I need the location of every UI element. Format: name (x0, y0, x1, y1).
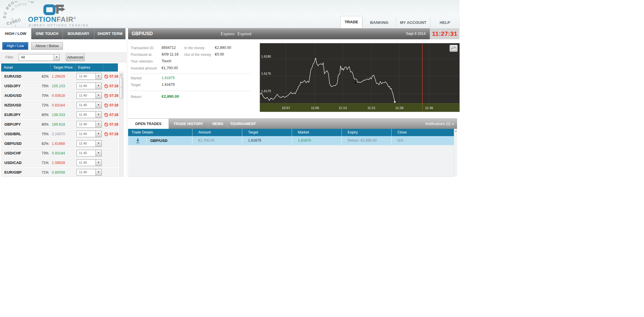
expiry-time-value: 11:40 (79, 121, 87, 127)
page: EU REGULATED № 216/13 ★ ★ ★ ★ ★ ★ ★ ★ ★ … (0, 0, 644, 317)
resize-grip-icon (455, 130, 457, 132)
above-below-mode-button[interactable]: Above / Below (31, 42, 63, 50)
expiry-time-value: 11:40 (79, 83, 87, 89)
expiry-time-select[interactable]: 11:45▼ (77, 140, 102, 147)
current-date: Sept 8 2014 (406, 28, 426, 39)
expiry-time-select[interactable]: 11:40▼ (77, 111, 102, 118)
asset-target-price: 0.93184 (52, 149, 65, 157)
high-low-mode-button[interactable]: High / Low (2, 42, 28, 50)
asset-row-usd-jpy[interactable]: USD/JPY75%105.10311:40▼07:28 (1, 82, 118, 90)
asset-row-usd-chf[interactable]: USD/CHF73%0.9318411:45▼ (1, 149, 118, 158)
open-trades-empty-area (128, 145, 457, 177)
nav-tab-my-account[interactable]: MY ACCOUNT (396, 18, 430, 28)
asset-target-price: 0.93528 (52, 92, 65, 100)
column-separator (102, 111, 102, 119)
selection-label: Your selection: (131, 59, 153, 63)
column-separator (102, 168, 102, 177)
expiry-time-select[interactable]: 11:45▼ (77, 169, 102, 176)
trades-column-header-trade-details: Trade Details (128, 129, 192, 136)
trades-column-header-target: Target (242, 129, 292, 136)
dropdown-arrow-icon[interactable]: ▼ (95, 112, 101, 118)
asset-target-price: 1.61668 (52, 140, 65, 148)
y-tick-label: 1.6175 (261, 72, 271, 75)
out-money-label: Out of the money (184, 53, 211, 57)
asset-row-eur-jpy[interactable]: EUR/JPY80%136.03311:40▼07:28 (1, 111, 118, 119)
tab-one-touch[interactable]: ONE TOUCH (31, 28, 63, 39)
nav-tab-trade[interactable]: TRADE (340, 16, 362, 28)
chart-type-button[interactable] (450, 45, 458, 52)
dropdown-arrow-icon[interactable]: ▼ (95, 92, 101, 99)
asset-row-eur-gbp[interactable]: EUR/GBP71%0.8005811:45▼ (1, 168, 118, 177)
asset-payout: 80% (34, 111, 49, 119)
asset-target-price: 0.80058 (52, 168, 65, 177)
expiry-time-select[interactable]: 11:45▼ (77, 150, 102, 156)
asset-row-aud-usd[interactable]: AUD/USD70%0.9352811:40▼07:28 (1, 91, 118, 100)
dropdown-arrow-icon[interactable]: ▼ (95, 160, 101, 166)
tab-open-trades[interactable]: OPEN TRADES (128, 119, 169, 129)
asset-row-usd-cad[interactable]: USD/CAD71%1.0893911:45▼ (1, 158, 118, 167)
asset-row-gbp-jpy[interactable]: GBP/JPY80%169.91811:40▼07:28 (1, 120, 118, 129)
expiry-time-select[interactable]: 11:40▼ (77, 73, 102, 80)
asset-name: EUR/GBP (4, 168, 22, 177)
x-tick-label: 11:36 (425, 106, 433, 110)
nav-tab-banking[interactable]: BANKING (362, 18, 396, 28)
purchase-point-marker (355, 82, 356, 84)
advanced-button[interactable]: Advanced (66, 54, 85, 61)
filter-select[interactable]: All ▼ (19, 54, 60, 61)
trades-column-header-amount: Amount (192, 129, 242, 136)
expiry-time-select[interactable]: 11:40▼ (77, 131, 102, 137)
expiry-time-select[interactable]: 11:40▼ (77, 121, 102, 128)
dropdown-arrow-icon[interactable]: ▼ (95, 83, 101, 89)
tab-short-term[interactable]: SHORT TERM (94, 28, 125, 39)
touch-down-icon (136, 138, 140, 143)
details-divider (130, 91, 250, 91)
return-label: Return: (131, 95, 142, 99)
tab-boundary[interactable]: BOUNDARY (63, 28, 94, 39)
countdown-clock (104, 113, 109, 118)
expiry-time-select[interactable]: 11:45▼ (77, 159, 102, 166)
expiry-time-value: 11:45 (79, 169, 87, 175)
dropdown-arrow-icon[interactable]: ▼ (95, 140, 101, 147)
tab-high-low[interactable]: HIGH / LOW (0, 28, 31, 39)
dropdown-arrow-icon[interactable]: ▼ (95, 131, 101, 137)
open-trade-asset: GBP/USD (150, 136, 167, 145)
bottom-table-gutter (454, 129, 457, 177)
asset-row-usd-brl[interactable]: USD/BRL70%2.2437011:40▼07:28 (1, 130, 118, 138)
expiry-time-value: 11:45 (79, 160, 87, 166)
filter-label: Filter (5, 53, 13, 62)
nav-tab-help[interactable]: HELP (430, 18, 459, 28)
expiry-time-select[interactable]: 11:40▼ (77, 83, 102, 89)
x-tick-label: 11:21 (367, 106, 376, 110)
dropdown-arrow-icon[interactable]: ▼ (95, 169, 101, 175)
countdown-clock (104, 84, 109, 90)
asset-row-eur-usd[interactable]: EUR/USD82%1.2942911:40▼07:28 (1, 72, 118, 81)
notifications-toggle[interactable]: Notifications (0)▼ (425, 119, 454, 129)
expiry-time-select[interactable]: 11:40▼ (77, 92, 102, 99)
dropdown-arrow-icon[interactable]: ▼ (95, 102, 101, 108)
asset-payout: 70% (34, 92, 49, 100)
dropdown-arrow-icon[interactable]: ▼ (95, 73, 101, 79)
x-tick-label: 11:13 (339, 106, 347, 110)
out-money-value: €0.00 (215, 52, 224, 56)
asset-column-header-asset: Asset (1, 63, 50, 72)
tab-news[interactable]: NEWS (208, 119, 227, 129)
y-tick-label: 1.6170 (261, 89, 271, 93)
tab-trade-history[interactable]: TRADE HISTORY (169, 119, 208, 129)
target-label: Target: (131, 83, 141, 87)
asset-target-price: 105.103 (52, 82, 65, 90)
scrollbar-thumb[interactable] (119, 78, 123, 99)
asset-payout: 82% (34, 72, 49, 81)
expiry-time-select[interactable]: 11:40▼ (77, 102, 102, 108)
transaction-id-value: 8554712 (162, 46, 176, 50)
asset-row-gbp-usd[interactable]: GBP/USD82%1.6166811:45▼ (1, 139, 118, 148)
asset-table-scrollbar[interactable]: ▲ (119, 72, 123, 177)
dropdown-arrow-icon[interactable]: ▼ (95, 150, 101, 156)
instrument-name: GBP/USD (132, 28, 153, 39)
tab-tournament[interactable]: TOURNAMENT (227, 119, 258, 129)
dropdown-arrow-icon[interactable]: ▼ (54, 54, 59, 60)
scroll-up-arrow-icon[interactable]: ▲ (119, 72, 123, 77)
open-trade-row[interactable]: GBP/USD €1,700.00 1.61675 1.61675 Return… (128, 136, 454, 145)
asset-row-nzd-usd[interactable]: NZD/USD72%0.8316411:40▼07:28 (1, 101, 118, 110)
dropdown-arrow-icon[interactable]: ▼ (95, 121, 101, 127)
brand-tagline: BINARY OPTIONS TRADING (29, 24, 89, 27)
